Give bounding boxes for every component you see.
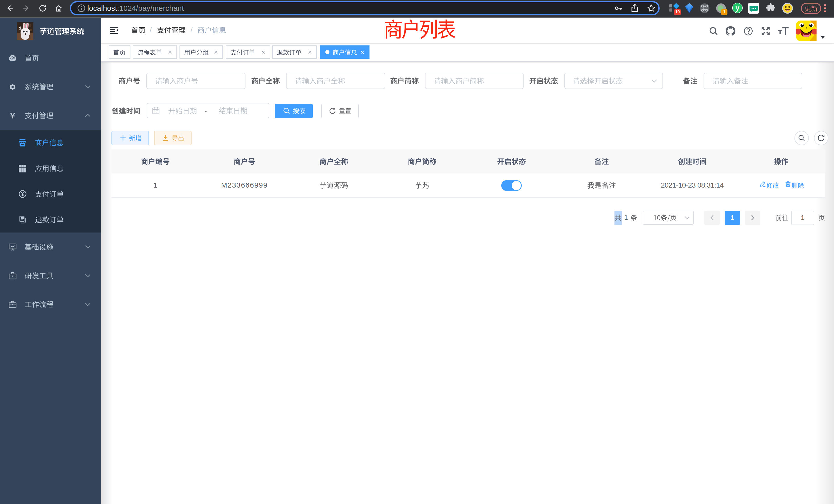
- svg-text:y: y: [736, 4, 739, 12]
